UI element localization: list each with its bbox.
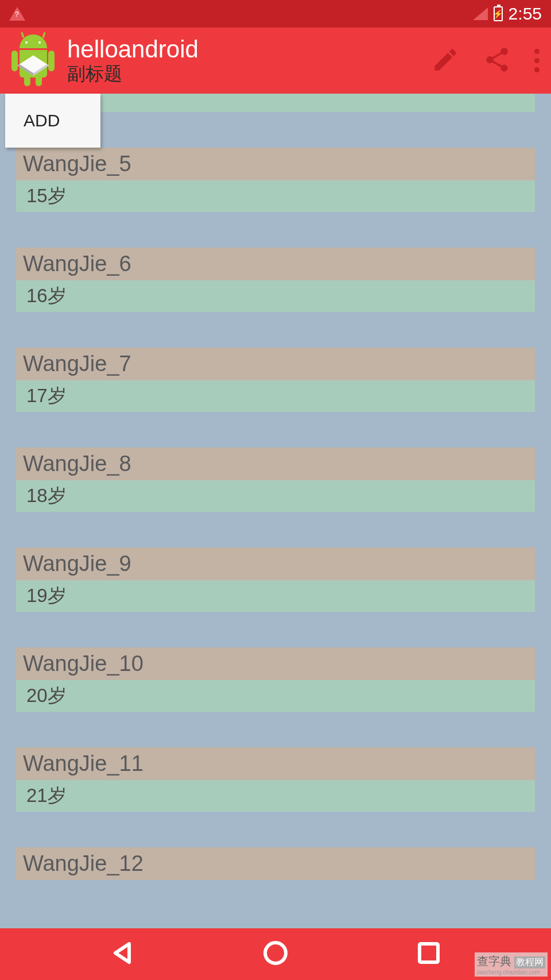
list-item[interactable]: WangJie_818岁 <box>16 447 535 512</box>
list-item[interactable]: WangJie_515岁 <box>16 148 535 212</box>
list-item-age: 17岁 <box>16 380 535 412</box>
list-view[interactable]: WangJie_515岁WangJie_616岁WangJie_717岁Wang… <box>0 148 551 880</box>
svg-point-0 <box>265 943 286 963</box>
list-item-name: WangJie_9 <box>16 547 535 580</box>
watermark-url: jiaocheng.chazidian.com <box>477 969 545 975</box>
watermark: 查字典 教程网 jiaocheng.chazidian.com <box>475 952 548 977</box>
list-item-age: 19岁 <box>16 580 535 612</box>
list-item-age: 20岁 <box>16 680 535 712</box>
menu-item-add[interactable]: ADD <box>24 111 60 130</box>
list-item-name: WangJie_5 <box>16 148 535 180</box>
list-item[interactable]: WangJie_616岁 <box>16 248 535 312</box>
status-right: ⚡ 2:55 <box>473 4 542 24</box>
popup-menu: ADD <box>5 94 100 148</box>
edit-icon[interactable] <box>431 45 460 76</box>
overflow-menu-icon[interactable] <box>534 49 540 72</box>
app-title: helloandroid <box>67 36 431 63</box>
watermark-text: 查字典 <box>477 955 511 967</box>
list-item-name: WangJie_10 <box>16 647 535 680</box>
list-item-name: WangJie_12 <box>16 847 535 880</box>
watermark-box: 教程网 <box>514 956 545 969</box>
status-bar: ? ⚡ 2:55 <box>0 0 551 28</box>
signal-icon <box>473 7 488 20</box>
list-item[interactable]: WangJie_919岁 <box>16 547 535 612</box>
list-item-name: WangJie_6 <box>16 248 535 280</box>
toolbar-titles: helloandroid 副标题 <box>67 36 431 85</box>
list-item-age: 21岁 <box>16 780 535 812</box>
back-button[interactable] <box>108 939 136 969</box>
status-left: ? <box>9 7 25 21</box>
list-item[interactable]: WangJie_12 <box>16 847 535 880</box>
navigation-bar <box>0 928 551 980</box>
list-item[interactable]: WangJie_1121岁 <box>16 747 535 812</box>
toolbar-actions <box>431 45 540 76</box>
list-item[interactable]: WangJie_1020岁 <box>16 647 535 712</box>
list-item-age: 18岁 <box>16 480 535 512</box>
wifi-icon: ? <box>9 7 25 21</box>
svg-rect-1 <box>420 944 438 962</box>
share-icon[interactable] <box>483 45 511 76</box>
list-item-name: WangJie_11 <box>16 747 535 780</box>
status-clock: 2:55 <box>509 4 542 24</box>
home-button[interactable] <box>262 939 289 969</box>
list-item[interactable]: WangJie_717岁 <box>16 348 535 412</box>
app-icon <box>11 34 55 87</box>
list-item-name: WangJie_8 <box>16 447 535 480</box>
app-toolbar: helloandroid 副标题 <box>0 28 551 94</box>
battery-charging-icon: ⚡ <box>494 6 503 21</box>
list-item-age: 15岁 <box>16 180 535 212</box>
list-item-name: WangJie_7 <box>16 348 535 380</box>
list-item-age: 16岁 <box>16 280 535 312</box>
recents-button[interactable] <box>415 939 443 969</box>
app-subtitle: 副标题 <box>67 63 431 84</box>
